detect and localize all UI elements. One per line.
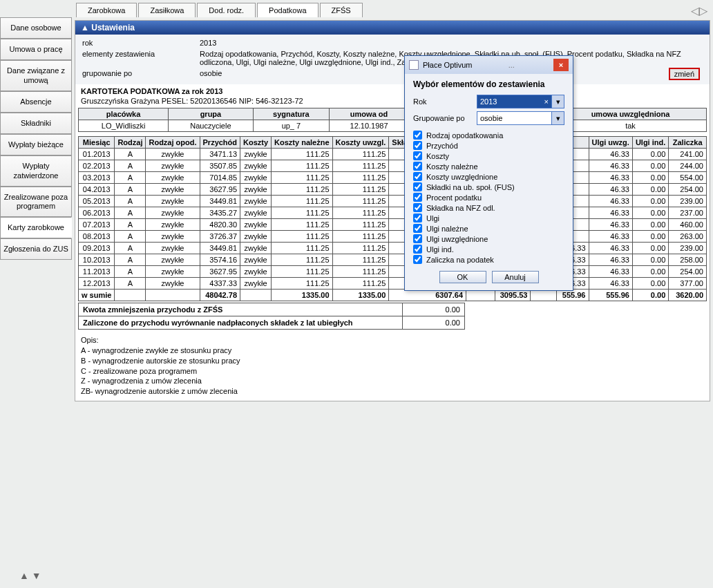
table-row: 12.2013Azwykłe4337.33zwykłe111.25111.255… bbox=[79, 278, 707, 290]
checkbox-item[interactable]: Ulgi należne bbox=[413, 224, 564, 233]
cell: 0.00 bbox=[632, 290, 668, 301]
cell: 239.00 bbox=[669, 243, 707, 254]
cell: 0.00 bbox=[632, 172, 668, 184]
col-header: sygnatura bbox=[253, 108, 329, 120]
cell: 0.00 bbox=[632, 266, 668, 278]
sidebar-item[interactable]: Składniki bbox=[0, 113, 72, 134]
sidebar-item[interactable]: Dane osobowe bbox=[0, 17, 72, 39]
tab-zasi-kowa[interactable]: Zasiłkowa bbox=[138, 3, 196, 17]
cell: A bbox=[115, 184, 146, 196]
opis-line: C - zrealizowane poza programem bbox=[81, 366, 704, 377]
col-header: Koszty należne bbox=[272, 137, 332, 149]
checkbox[interactable] bbox=[413, 214, 422, 222]
cell: 46.33 bbox=[589, 219, 632, 231]
cell: 3095.53 bbox=[495, 290, 531, 301]
checkbox[interactable] bbox=[413, 162, 422, 171]
checkbox-item[interactable]: Przychód bbox=[413, 141, 564, 150]
opis-title: Opis: bbox=[81, 335, 704, 345]
cell: zwykłe bbox=[146, 254, 200, 266]
sidebar-item[interactable]: Zrealizowane poza programem bbox=[0, 187, 72, 217]
cell bbox=[146, 290, 200, 301]
checkbox-item[interactable]: Procent podatku bbox=[413, 193, 564, 202]
cell: 254.00 bbox=[669, 184, 707, 196]
cell bbox=[115, 290, 146, 301]
cell: 3620.00 bbox=[669, 290, 707, 301]
dialog-rok-select[interactable]: 2013×▾ bbox=[477, 95, 564, 108]
tab-dod-rodz-[interactable]: Dod. rodz. bbox=[197, 3, 256, 17]
checkbox[interactable] bbox=[413, 234, 422, 243]
tab-podatkowa[interactable]: Podatkowa bbox=[257, 3, 318, 17]
checkbox[interactable] bbox=[413, 193, 422, 202]
table-row: 08.2013Azwykłe3726.37zwykłe111.25111.255… bbox=[79, 231, 707, 243]
cell: 111.25 bbox=[332, 160, 389, 172]
cell: 111.25 bbox=[272, 219, 332, 231]
dialog-cancel-button[interactable]: Anuluj bbox=[492, 271, 539, 283]
cell: 46.33 bbox=[589, 149, 632, 160]
checkbox[interactable] bbox=[413, 151, 422, 160]
checkbox-label: Przychód bbox=[426, 142, 458, 150]
cell: 111.25 bbox=[332, 219, 389, 231]
cell: 0.00 bbox=[632, 254, 668, 266]
dialog-ok-button[interactable]: OK bbox=[439, 271, 486, 283]
chevron-down-icon[interactable]: ▾ bbox=[551, 95, 564, 108]
checkbox[interactable] bbox=[413, 172, 422, 181]
chevron-down-icon[interactable]: ▾ bbox=[551, 112, 564, 124]
dialog-grp-select[interactable]: osobie▾ bbox=[477, 111, 564, 125]
cell: 02.2013 bbox=[79, 160, 115, 172]
checkbox-item[interactable]: Koszty należne bbox=[413, 162, 564, 171]
tab-zarobkowa[interactable]: Zarobkowa bbox=[76, 3, 137, 17]
sidebar-item[interactable]: Umowa o pracę bbox=[0, 39, 72, 60]
cell: 3627.95 bbox=[200, 184, 240, 196]
checkbox-item[interactable]: Koszty bbox=[413, 151, 564, 160]
dialog-app-icon bbox=[409, 60, 419, 70]
nav-arrows-icon[interactable]: ◁▷ bbox=[691, 4, 707, 17]
cell: zwykłe bbox=[146, 278, 200, 290]
cell: zwykłe bbox=[240, 266, 272, 278]
opis-line: ZB- wynagrodzenie autorskie z umów zlece… bbox=[81, 386, 704, 397]
bottom-arrows-icon[interactable]: ▲ ▼ bbox=[19, 570, 41, 581]
tab-zf-s[interactable]: ZFŚS bbox=[320, 3, 363, 17]
checkbox[interactable] bbox=[413, 224, 422, 233]
opis-line: B - wynagrodzenie autorskie ze stosunku … bbox=[81, 356, 704, 366]
cell: zwykłe bbox=[240, 243, 272, 254]
sidebar-item[interactable]: Wypłaty bieżące bbox=[0, 134, 72, 155]
dialog-close-button[interactable]: × bbox=[553, 59, 569, 71]
sidebar-item[interactable]: Dane związane z umową bbox=[0, 60, 72, 91]
dialog-checkbox-list: Rodzaj opodatkowaniaPrzychódKosztyKoszty… bbox=[413, 131, 564, 264]
sidebar-item[interactable]: Karty zarobkowe bbox=[0, 217, 72, 238]
checkbox[interactable] bbox=[413, 255, 422, 264]
checkbox[interactable] bbox=[413, 245, 422, 254]
cell: 6307.64 bbox=[389, 290, 466, 301]
checkbox[interactable] bbox=[413, 203, 422, 212]
col-header: grupa bbox=[169, 108, 254, 120]
cell: 555.96 bbox=[589, 290, 632, 301]
sidebar-item[interactable]: Zgłoszenia do ZUS bbox=[0, 238, 72, 260]
cell: A bbox=[115, 172, 146, 184]
checkbox-item[interactable]: Ulgi ind. bbox=[413, 245, 564, 254]
zmien-button[interactable]: zmień bbox=[669, 68, 700, 80]
checkbox-item[interactable]: Składka na NFZ odl. bbox=[413, 203, 564, 212]
checkbox[interactable] bbox=[413, 141, 422, 150]
cell: zwykłe bbox=[146, 172, 200, 184]
checkbox[interactable] bbox=[413, 182, 422, 191]
settings-header[interactable]: ▲ Ustawienia bbox=[75, 21, 710, 35]
summary-value: 0.00 bbox=[403, 303, 465, 316]
cell: 111.25 bbox=[272, 149, 332, 160]
checkbox-item[interactable]: Rodzaj opodatkowania bbox=[413, 131, 564, 140]
cell: 111.25 bbox=[272, 184, 332, 196]
checkbox-item[interactable]: Zaliczka na podatek bbox=[413, 255, 564, 264]
checkbox-label: Koszty uwzględnione bbox=[426, 173, 497, 181]
checkbox[interactable] bbox=[413, 131, 422, 140]
col-header: placówka bbox=[79, 108, 169, 120]
checkbox-item[interactable]: Składki na ub. społ. (FUS) bbox=[413, 182, 564, 191]
sidebar-item[interactable]: Wypłaty zatwierdzone bbox=[0, 155, 72, 186]
checkbox-item[interactable]: Koszty uwzględnione bbox=[413, 172, 564, 181]
checkbox-item[interactable]: Ulgi bbox=[413, 214, 564, 222]
cell: 3435.27 bbox=[200, 207, 240, 219]
cell: A bbox=[115, 243, 146, 254]
cell: 263.00 bbox=[669, 231, 707, 243]
sidebar-item[interactable]: Absencje bbox=[0, 91, 72, 113]
opis-line: A - wynagrodzenie zwykłe ze stosunku pra… bbox=[81, 345, 704, 356]
checkbox-item[interactable]: Ulgi uwzględnione bbox=[413, 234, 564, 243]
cell: w sumie bbox=[79, 290, 115, 301]
